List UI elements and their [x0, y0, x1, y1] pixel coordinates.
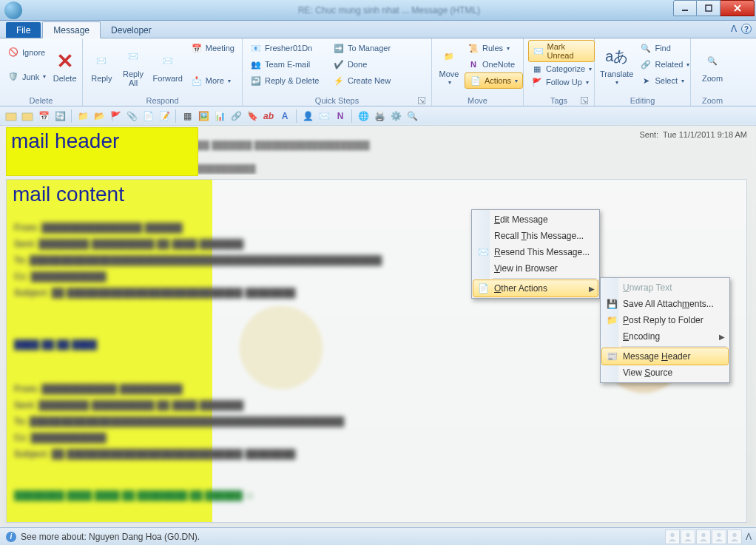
- tab-message[interactable]: Message: [42, 21, 101, 38]
- qat-icon[interactable]: 🔗: [229, 109, 243, 123]
- avatar[interactable]: [665, 529, 680, 544]
- find-icon: 🔍: [640, 42, 652, 54]
- forward-icon: ✉️: [156, 49, 180, 72]
- group-respond: ✉️Reply ✉️Reply All ✉️Forward 📅Meeting x…: [83, 38, 243, 106]
- qat-icon[interactable]: 🔖: [246, 109, 259, 123]
- menu-resend-message[interactable]: ✉️Resend This Message...: [473, 244, 598, 260]
- group-move: 📁Move▾ 📜Rules▾ NOneNote 📄Actions▾ Move: [432, 38, 524, 106]
- qat-icon[interactable]: 🔍: [405, 109, 419, 123]
- actions-icon: 📄: [470, 75, 482, 87]
- qat-icon[interactable]: ⚙️: [389, 109, 402, 123]
- qat-icon[interactable]: 📝: [158, 109, 171, 123]
- submenu-arrow-icon: ▶: [719, 333, 725, 341]
- quickstep-fresher[interactable]: 📧Fresher01Dn: [247, 40, 328, 56]
- quickstep-tomanager[interactable]: ➡️To Manager: [330, 40, 411, 56]
- quickstep-teamemail[interactable]: 👥Team E-mail: [247, 56, 328, 72]
- menu-view-source[interactable]: View Source: [602, 365, 728, 381]
- qat-icon[interactable]: [21, 109, 34, 123]
- junk-button[interactable]: 🛡️Junk▾: [4, 69, 49, 85]
- submenu-arrow-icon: ▶: [589, 285, 595, 293]
- menu-encoding[interactable]: Encoding▶: [602, 328, 728, 345]
- flag-icon: 🚩: [531, 76, 543, 88]
- followup-button[interactable]: 🚩Follow Up▾: [528, 75, 595, 89]
- tab-file[interactable]: File: [6, 22, 41, 38]
- qat-icon[interactable]: 📂: [92, 109, 106, 123]
- related-button[interactable]: 🔗Related▾: [637, 56, 692, 72]
- status-bar: i See more about: Nguyen Dang Hoa (G0.DN…: [0, 527, 756, 545]
- reply-all-button[interactable]: ✉️Reply All: [119, 40, 148, 92]
- categorize-button[interactable]: ▦Categorize▾: [528, 62, 595, 75]
- select-button[interactable]: ➤Select▾: [637, 72, 692, 89]
- qat-icon[interactable]: 🔄: [53, 109, 67, 123]
- menu-unwrap-text[interactable]: Unwrap Text: [602, 280, 728, 296]
- qat-icon[interactable]: 👤: [301, 109, 314, 123]
- qat-icon[interactable]: 📄: [141, 109, 155, 123]
- tags-launcher-icon[interactable]: ↘: [581, 97, 588, 104]
- qat-icon[interactable]: ▦: [180, 109, 194, 123]
- minimize-button[interactable]: [673, 0, 697, 16]
- qat-icon[interactable]: A: [278, 109, 291, 123]
- ribbon-tabs: File Message Developer ᐱ ?: [0, 21, 756, 38]
- qat-icon[interactable]: 🖨️: [373, 109, 386, 123]
- close-button[interactable]: [720, 0, 755, 16]
- maximize-button[interactable]: [697, 0, 720, 16]
- actions-button[interactable]: 📄Actions▾: [465, 72, 523, 89]
- minimize-ribbon-icon[interactable]: ᐱ: [731, 24, 737, 34]
- menu-other-actions[interactable]: 📄Other Actions▶: [473, 280, 598, 297]
- qat-icon[interactable]: 📎: [125, 109, 138, 123]
- reply-button[interactable]: ✉️Reply: [87, 40, 116, 92]
- qat-icon[interactable]: 📁: [76, 109, 90, 123]
- quickstep-replydelete[interactable]: ↩️Reply & Delete: [247, 72, 328, 89]
- avatar[interactable]: [727, 529, 742, 544]
- avatar[interactable]: [681, 529, 695, 544]
- status-text: See more about: Nguyen Dang Hoa (G0.DN).: [21, 532, 200, 542]
- related-icon: 🔗: [640, 58, 652, 70]
- tab-developer[interactable]: Developer: [101, 22, 162, 38]
- menu-save-attachments[interactable]: 💾Save All Attachments...: [602, 296, 728, 312]
- qat-icon[interactable]: 📅: [37, 109, 50, 123]
- qat-icon[interactable]: 📊: [213, 109, 226, 123]
- menu-post-reply-folder[interactable]: 📁Post Reply to Folder: [602, 312, 728, 328]
- quickstep-createnew[interactable]: ⚡Create New: [330, 72, 411, 89]
- group-delete: 🚫Ignore 🛡️Junk▾ Delete Delete: [0, 38, 83, 106]
- qat-icon[interactable]: N: [334, 109, 347, 123]
- qat-icon[interactable]: ✉️: [317, 109, 331, 123]
- mark-unread-button[interactable]: ✉️Mark Unread: [528, 40, 595, 62]
- svg-point-11: [717, 533, 720, 537]
- onenote-button[interactable]: NOneNote: [465, 56, 523, 72]
- more-respond-button[interactable]: 📩More▾: [188, 72, 237, 89]
- meeting-button[interactable]: 📅Meeting: [188, 40, 237, 56]
- find-button[interactable]: 🔍Find: [637, 40, 692, 56]
- quicksteps-launcher-icon[interactable]: ↘: [418, 97, 425, 104]
- avatar[interactable]: [696, 529, 711, 544]
- quickstep-done[interactable]: ✔️Done: [330, 56, 411, 72]
- forward-button[interactable]: ✉️Forward: [150, 40, 184, 92]
- menu-edit-message[interactable]: Edit Message: [473, 211, 598, 228]
- qat-icon[interactable]: 🚩: [109, 109, 122, 123]
- group-tags: ✉️Mark Unread ▦Categorize▾ 🚩Follow Up▾ T…: [524, 38, 595, 106]
- move-icon: 📁: [437, 44, 461, 68]
- svg-rect-6: [6, 113, 16, 121]
- move-button[interactable]: 📁Move▾: [436, 40, 462, 92]
- app-orb-icon[interactable]: [4, 1, 22, 19]
- translate-button[interactable]: aあTranslate▾: [599, 40, 634, 92]
- help-icon[interactable]: ?: [741, 24, 752, 34]
- qat-icon[interactable]: 🌐: [357, 109, 370, 123]
- svg-rect-7: [22, 113, 33, 121]
- group-editing: aあTranslate▾ 🔍Find 🔗Related▾ ➤Select▾ Ed…: [595, 38, 691, 106]
- group-quicksteps: 📧Fresher01Dn ➡️To Manager 👥Team E-mail ✔…: [243, 38, 432, 106]
- qat-icon[interactable]: [4, 109, 18, 123]
- ignore-icon: 🚫: [7, 47, 19, 58]
- menu-message-header[interactable]: 📰Message Header: [602, 348, 728, 365]
- zoom-button[interactable]: 🔍Zoom: [695, 40, 729, 92]
- menu-view-in-browser[interactable]: View in Browser: [473, 260, 598, 277]
- delete-button[interactable]: Delete: [52, 40, 78, 92]
- qat-icon[interactable]: 🖼️: [197, 109, 210, 123]
- svg-point-10: [701, 533, 705, 537]
- rules-button[interactable]: 📜Rules▾: [465, 40, 523, 56]
- qat-icon[interactable]: ab: [262, 109, 275, 123]
- menu-recall-message[interactable]: Recall This Message...: [473, 228, 598, 244]
- ignore-button[interactable]: 🚫Ignore: [4, 44, 49, 61]
- avatar[interactable]: [712, 529, 726, 544]
- people-pane-toggle-icon[interactable]: ᐱ: [746, 532, 752, 542]
